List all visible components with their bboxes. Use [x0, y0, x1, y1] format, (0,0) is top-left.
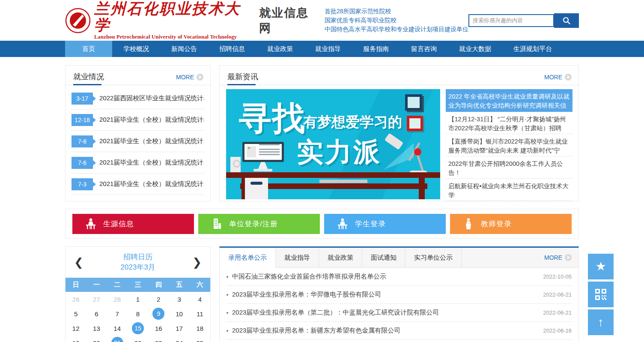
calendar-day[interactable]: 19 [66, 336, 86, 342]
news-banner-image[interactable]: 寻找 有梦想爱学习的 实力派 [226, 89, 440, 199]
nav-item-service-guide[interactable]: 服务指南 [352, 41, 400, 57]
calendar-day[interactable]: 22 [128, 336, 148, 342]
favorite-button[interactable]: ★ [588, 254, 614, 279]
nav-item-message-consult[interactable]: 留言咨询 [400, 41, 448, 57]
nav-item-employment-policy[interactable]: 就业政策 [256, 41, 304, 57]
news-list-item[interactable]: 启航新征程•就业向未来兰州石化职业技术大学 [446, 179, 572, 201]
employment-list-item[interactable]: 7-8 2021届毕业生（全校）就业情况统计... [72, 131, 204, 152]
nav-item-home[interactable]: 首页 [65, 41, 112, 57]
banner-monitor-stand [258, 162, 268, 169]
student-login-button[interactable]: 学生登录 [324, 214, 446, 234]
announcement-row[interactable]: 2023届毕业生拟录用名单：新疆东方希望有色金属有限公司 2022-06-16 [227, 322, 572, 340]
announcement-date: 2022-06-21 [543, 309, 572, 316]
calendar-day[interactable]: 13 [86, 321, 107, 336]
more-label: MORE [544, 254, 562, 261]
calendar-day[interactable]: 6 [86, 306, 107, 321]
calendar-day[interactable]: 16 [148, 321, 169, 336]
calendar-day[interactable]: 26 [66, 292, 86, 306]
nav-item-recruitment[interactable]: 招聘信息 [208, 41, 256, 57]
quick-link-label: 教师登录 [481, 219, 512, 229]
news-more-link[interactable]: MORE [544, 74, 572, 81]
calendar-day[interactable]: 25 [190, 336, 210, 342]
tab-hiring-list[interactable]: 录用名单公示 [220, 248, 276, 268]
university-logo-icon [65, 8, 91, 33]
site-header: 兰州石化职业技术大学 Lanzhou Petrochemical Univers… [0, 0, 644, 41]
employment-status-panel: 就业情况 MORE 3-17 2022届西固校区毕业生就业情况统计表 12-18… [65, 65, 211, 201]
search-button[interactable] [554, 13, 579, 28]
search-input[interactable] [468, 14, 554, 27]
nav-item-career-guidance[interactable]: 就业指导 [304, 41, 352, 57]
teacher-login-button[interactable]: 教师登录 [450, 214, 572, 234]
calendar-day[interactable]: 4 [190, 292, 210, 306]
person-desk-icon [84, 217, 97, 230]
calendar-day[interactable]: 12 [66, 321, 86, 336]
calendar-prev-icon[interactable]: ❮ [74, 257, 83, 268]
calendar-day[interactable]: 14 [107, 321, 128, 336]
announcement-row[interactable]: 2023届毕业生拟录用名单：华羿微电子股份有限公司 2022-06-21 [227, 286, 572, 304]
calendar-day[interactable]: 18 [190, 321, 210, 336]
nav-item-school-overview[interactable]: 学校概况 [112, 41, 160, 57]
nav-item-big-data[interactable]: 就业大数据 [448, 41, 502, 57]
calendar-day[interactable]: 7 [107, 306, 128, 321]
announcements-more-link[interactable]: MORE [544, 248, 578, 267]
employment-list-item[interactable]: 3-17 2022届西固校区毕业生就业情况统计表 [72, 88, 204, 109]
calendar-day[interactable]: 20 [86, 336, 107, 342]
date-badge: 7-3 [72, 178, 93, 190]
site-title: 就业信息网 [259, 5, 319, 36]
banner-frame-decor [405, 94, 422, 111]
calendar-day[interactable]: 11 [190, 306, 210, 321]
tab-employment-policy[interactable]: 就业政策 [319, 248, 362, 267]
calendar-day[interactable]: 1 [128, 292, 148, 306]
news-list-item[interactable]: 2022年甘肃公开招聘2000余名工作人员公告！ [446, 156, 572, 179]
calendar-day[interactable]: 9 [148, 306, 169, 321]
banner-desk [240, 183, 427, 189]
student-desk-icon [336, 217, 349, 230]
banner-desk-leg [419, 178, 425, 199]
calendar-day[interactable]: 21 [107, 336, 128, 342]
calendar-day[interactable]: 15 [128, 321, 148, 336]
bullet-icon [227, 276, 228, 278]
calendar-day[interactable]: 24 [169, 336, 189, 342]
quick-link-label: 学生登录 [355, 219, 386, 229]
news-list-item-highlighted[interactable]: 2022 年全省高校毕业生就业质量调研及以就业为导向优化专业结构分析研究调研相关… [446, 89, 572, 112]
announcements-list: 中国石油三家炼化企业首届合作培养班拟录用名单公示 2022-10-05 2023… [220, 268, 578, 340]
calendar-day[interactable]: 17 [169, 321, 189, 336]
main-content: 就业情况 MORE 3-17 2022届西固校区毕业生就业情况统计表 12-18… [65, 65, 579, 342]
banner-headline: 实力派 [297, 134, 382, 170]
news-list-item[interactable]: 【12月12-31日】 “二分明月·才聚扬城”扬州市2022年高校毕业生秋季（甘… [446, 112, 572, 134]
tab-career-guidance[interactable]: 就业指导 [276, 248, 319, 267]
student-source-info-button[interactable]: 生源信息 [72, 214, 194, 234]
announcement-row[interactable]: 2023届毕业生拟录用名单（第二批）：中蓝晨光化工研究设计院有限公司 2022-… [227, 304, 572, 322]
announcement-row[interactable]: 中国石油三家炼化企业首届合作培养班拟录用名单公示 2022-10-05 [227, 268, 572, 286]
star-icon: ★ [595, 261, 606, 273]
employment-list-item[interactable]: 12-18 2021届毕业生（全校）就业情况统计表 [72, 109, 204, 131]
calendar-next-icon[interactable]: ❯ [192, 257, 202, 268]
calendar-day[interactable]: 3 [169, 292, 189, 306]
news-list-item[interactable]: 【直播带岗】银川市2022年高校毕业生就业服务周活动暨“就业向未来 建功新时代”… [446, 134, 572, 156]
tab-interview-notice[interactable]: 面试通知 [362, 248, 405, 267]
back-to-top-button[interactable]: ↑ [588, 309, 614, 335]
calendar-day[interactable]: 10 [169, 306, 189, 321]
calendar-day[interactable]: 8 [128, 306, 148, 321]
calendar-day[interactable]: 28 [107, 292, 128, 306]
employment-list-item[interactable]: 7-3 2021届毕业生（全校）就业情况统计... [72, 174, 204, 195]
employment-list-item[interactable]: 7-6 2021届毕业生（全校）就业情况统计... [72, 152, 204, 174]
employment-more-link[interactable]: MORE [176, 74, 203, 81]
university-name-en: Lanzhou Petrochemical University of Voca… [94, 34, 252, 40]
calendar-day[interactable]: 5 [66, 306, 86, 321]
bullet-icon [227, 312, 228, 314]
main-nav: 首页 学校概况 新闻公告 招聘信息 就业政策 就业指导 服务指南 留言咨询 就业… [0, 41, 644, 57]
employment-item-title: 2021届毕业生（全校）就业情况统计... [99, 137, 204, 145]
calendar-day[interactable]: 23 [148, 336, 169, 342]
news-panel-title: 最新资讯 [227, 72, 258, 85]
calendar-day-header: 五 [169, 278, 189, 292]
nav-item-news[interactable]: 新闻公告 [160, 41, 208, 57]
qrcode-button[interactable] [588, 282, 614, 307]
calendar-day-header: 日 [66, 278, 86, 292]
tab-internship-units[interactable]: 实习单位公示 [405, 248, 462, 267]
quick-link-label: 单位登录/注册 [229, 219, 278, 229]
calendar-day[interactable]: 2 [148, 292, 169, 306]
nav-item-career-planning[interactable]: 生涯规划平台 [502, 41, 563, 57]
calendar-day[interactable]: 27 [86, 292, 107, 306]
employer-login-register-button[interactable]: 单位登录/注册 [198, 214, 320, 234]
